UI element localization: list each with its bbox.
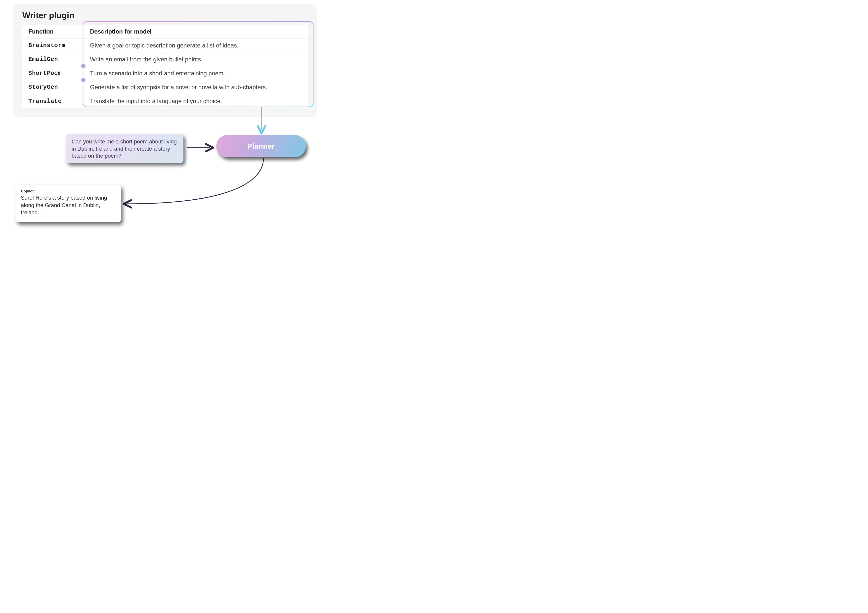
fn-name: Brainstorm	[22, 39, 85, 52]
copilot-response-box: Copilot Sure! Here's a story based on li…	[16, 185, 121, 222]
table-row: Brainstorm Given a goal or topic descrip…	[22, 39, 308, 53]
function-table: Function Description for model Brainstor…	[22, 25, 308, 108]
fn-desc: Given a goal or topic description genera…	[85, 39, 308, 52]
table-row: EmailGen Write an email from the given b…	[22, 53, 308, 67]
fn-desc: Turn a scenario into a short and enterta…	[85, 67, 308, 80]
planner-node: Planner	[216, 135, 306, 157]
fn-desc: Translate the input into a language of y…	[85, 95, 308, 108]
copilot-response-text: Sure! Here's a story based on living alo…	[21, 194, 115, 216]
fn-name: EmailGen	[22, 53, 85, 66]
copilot-label: Copilot	[21, 189, 115, 193]
table-header-row: Function Description for model	[22, 25, 308, 39]
table-row: ShortPoem Turn a scenario into a short a…	[22, 67, 308, 80]
arrow-planner-to-response	[127, 158, 264, 204]
table-row: Translate Translate the input into a lan…	[22, 94, 308, 108]
fn-name: Translate	[22, 95, 85, 108]
table-row: StoryGen Generate a list of synopsis for…	[22, 80, 308, 94]
header-description: Description for model	[85, 25, 308, 38]
fn-name: ShortPoem	[22, 67, 85, 79]
writer-plugin-card: Writer plugin Function Description for m…	[14, 4, 317, 117]
fn-desc: Generate a list of synopsis for a novel …	[85, 81, 308, 94]
planner-label: Planner	[247, 142, 275, 151]
user-prompt-text: Can you write me a short poem about livi…	[71, 138, 177, 159]
user-prompt-box: Can you write me a short poem about livi…	[66, 134, 183, 163]
header-function: Function	[22, 25, 85, 38]
fn-desc: Write an email from the given bullet poi…	[85, 53, 308, 66]
plugin-title: Writer plugin	[22, 11, 308, 20]
fn-name: StoryGen	[22, 81, 85, 93]
